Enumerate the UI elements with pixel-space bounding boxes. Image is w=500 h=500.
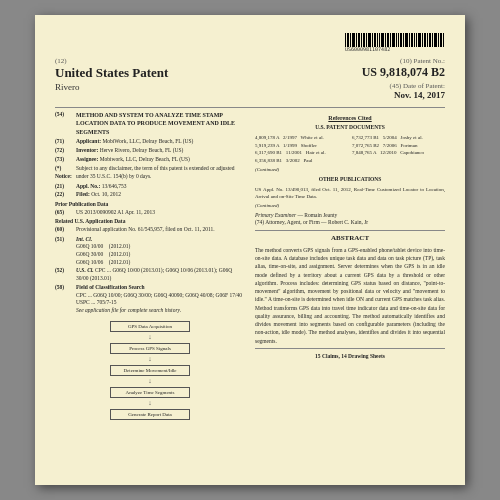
- svg-rect-29: [422, 33, 423, 47]
- references-table: 4,809,178 A 2/1997 White et al. 5,919,23…: [255, 134, 445, 164]
- field-class-num: (58): [55, 284, 73, 315]
- us-cl-num: (52): [55, 267, 73, 282]
- svg-rect-24: [409, 33, 410, 47]
- flow-arrow-4: ↓: [148, 400, 152, 407]
- svg-rect-4: [356, 33, 357, 47]
- ref-3: 6,317,690 B1 11/2001 Hair et al.: [255, 149, 348, 157]
- patent-title: METHOD AND SYSTEM TO ANALYZE TIME STAMP …: [76, 111, 245, 136]
- filed-row: (22) Filed: Oct. 10, 2012: [55, 191, 245, 199]
- svg-rect-7: [363, 33, 365, 47]
- ref-6: 7,072,765 B2 7/2006 Fortman: [352, 142, 445, 150]
- int-cl-val-3: G06Q 10/06 (2012.01): [76, 259, 130, 267]
- appl-no-num: (21): [55, 183, 73, 191]
- svg-rect-9: [368, 33, 371, 47]
- ref-col-2: 6,732,773 B1 5/2004 Joshy et al. 7,072,7…: [352, 134, 445, 164]
- svg-rect-8: [366, 33, 367, 47]
- svg-rect-28: [418, 33, 421, 47]
- flow-box-3: Determine Movement/Idle: [110, 365, 190, 376]
- ref-4: 6,356,838 B1 3/2002 Paul: [255, 157, 348, 165]
- svg-rect-0: [345, 33, 346, 47]
- svg-rect-10: [372, 33, 373, 47]
- inventor-num: (72): [55, 147, 73, 155]
- related-app-row: (60) Provisional application No. 61/545,…: [55, 226, 245, 234]
- related-app-section: Related U.S. Application Data (60) Provi…: [55, 218, 245, 233]
- svg-rect-31: [427, 33, 428, 47]
- svg-rect-12: [377, 33, 378, 47]
- ref-5: 6,732,773 B1 5/2004 Joshy et al.: [352, 134, 445, 142]
- prior-pub-label: Prior Publication Data: [55, 201, 245, 209]
- patent-series-title: United States Patent: [55, 65, 250, 81]
- ref-col-1: 4,809,178 A 2/1997 White et al. 5,919,23…: [255, 134, 348, 164]
- notice-text: Subject to any disclaimer, the term of t…: [76, 165, 245, 180]
- other-pubs-title: OTHER PUBLICATIONS: [255, 176, 445, 184]
- prior-pub-num: (65): [55, 209, 73, 217]
- flow-arrow-3: ↓: [148, 378, 152, 385]
- svg-rect-5: [358, 33, 360, 47]
- int-cl-val-2: G06Q 30/00 (2012.01): [76, 251, 130, 259]
- patent-header: (12) United States Patent Rivero (10) Pa…: [55, 57, 445, 100]
- field-class-content: Field of Classification Search CPC ... G…: [76, 284, 245, 315]
- references-section: References Cited U.S. PATENT DOCUMENTS 4…: [255, 114, 445, 227]
- int-cl-content: Int. Cl. G06Q 10/00 (2012.01) G06Q 30/00…: [76, 236, 130, 267]
- svg-rect-21: [400, 33, 402, 47]
- svg-rect-23: [405, 33, 408, 47]
- svg-rect-6: [361, 33, 362, 47]
- barcode-image: US6000981107482: [345, 33, 445, 51]
- svg-rect-17: [390, 33, 391, 47]
- svg-rect-36: [440, 33, 442, 47]
- title-row: (54) METHOD AND SYSTEM TO ANALYZE TIME S…: [55, 111, 245, 136]
- title-num: (54): [55, 111, 73, 136]
- agent-name: — Robert C. Kain, Jr: [321, 219, 368, 225]
- flow-box-5: Generate Report Data: [110, 409, 190, 420]
- prior-pub-row: (65) US 2013/0090902 A1 Apr. 11, 2013: [55, 209, 245, 217]
- examiner-name: — Romain Jeanty: [297, 212, 337, 218]
- notice-num: (*) Notice:: [55, 165, 73, 180]
- applicant-value: Applicant: MobiWork, LLC, Delray Beach, …: [76, 138, 193, 146]
- references-title: References Cited: [255, 114, 445, 122]
- svg-rect-33: [432, 33, 433, 47]
- applicant-row: (71) Applicant: MobiWork, LLC, Delray Be…: [55, 138, 245, 146]
- svg-rect-27: [416, 33, 417, 47]
- patent-no-label: (10) Patent No.:: [250, 57, 445, 65]
- ref-2: 5,919,239 A 1/1999 Shoffler: [255, 142, 348, 150]
- svg-rect-26: [414, 33, 415, 47]
- assignee-num: (73): [55, 156, 73, 164]
- svg-rect-15: [385, 33, 386, 47]
- int-cl-row: (51) Int. Cl. G06Q 10/00 (2012.01) G06Q …: [55, 236, 245, 267]
- svg-rect-18: [392, 33, 395, 47]
- related-app-label: Related U.S. Application Data: [55, 218, 245, 226]
- prior-pub-section: Prior Publication Data (65) US 2013/0090…: [55, 201, 245, 216]
- header-divider: [55, 107, 445, 108]
- us-cl-content: U.S. Cl. CPC ... G06Q 10/00 (2013.01); G…: [76, 267, 245, 282]
- filed-info: Filed: Oct. 10, 2012: [76, 191, 121, 199]
- assignee-row: (73) Assignee: Mobiwork, LLC, Delray Bea…: [55, 156, 245, 164]
- svg-rect-11: [374, 33, 376, 47]
- flow-box-4: Analyze Time Segments: [110, 387, 190, 398]
- series-label: (12): [55, 57, 250, 65]
- svg-rect-13: [379, 33, 380, 47]
- examiner-section: Primary Examiner — Romain Jeanty: [255, 212, 445, 220]
- other-pubs-section: OTHER PUBLICATIONS US Appl. No. 13/490,0…: [255, 176, 445, 209]
- related-app-num: (60): [55, 226, 73, 234]
- svg-rect-3: [352, 33, 355, 47]
- claims-divider: [255, 348, 445, 349]
- patent-date: Nov. 14, 2017: [250, 90, 445, 100]
- flow-diagram: GPS Data Acquisition ↓ Process GPS Signa…: [55, 321, 245, 420]
- ref-1: 4,809,178 A 2/1997 White et al.: [255, 134, 348, 142]
- appl-no-info: Appl. No.: 13/646,753: [76, 183, 127, 191]
- flow-arrow-2: ↓: [148, 356, 152, 363]
- assignee-info: Assignee: Mobiwork, LLC, Delray Beach, F…: [76, 156, 190, 164]
- svg-rect-32: [429, 33, 431, 47]
- us-cl-section: (52) U.S. Cl. CPC ... G06Q 10/00 (2013.0…: [55, 267, 245, 282]
- agent-section: (74) Attorney, Agent, or Firm — Robert C…: [255, 219, 445, 227]
- patent-number: US 9,818,074 B2: [250, 65, 445, 80]
- patent-right-header: (10) Patent No.: US 9,818,074 B2 (45) Da…: [250, 57, 445, 100]
- field-class-row: (58) Field of Classification Search CPC …: [55, 284, 245, 315]
- left-column: (54) METHOD AND SYSTEM TO ANALYZE TIME S…: [55, 111, 245, 471]
- svg-rect-2: [350, 33, 351, 47]
- references-continued: (Continued): [255, 166, 445, 173]
- claims-text: 15 Claims, 14 Drawing Sheets: [255, 353, 445, 361]
- abstract-section: ABSTRACT The method converts GPS signals…: [255, 234, 445, 345]
- svg-rect-16: [387, 33, 389, 47]
- related-app-text: Provisional application No. 61/545,957, …: [76, 226, 215, 234]
